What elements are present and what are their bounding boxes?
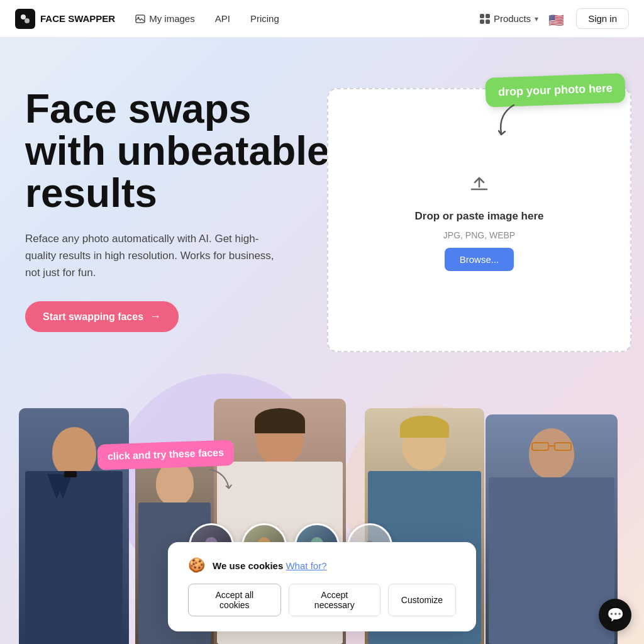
upload-formats: JPG, PNG, WEBP [443,230,515,240]
cta-label: Start swapping faces [43,311,143,323]
try-arrow-icon [206,465,238,492]
navbar: FACE SWAPPER My images API Pricing Produ… [0,0,644,38]
logo-icon [15,9,35,29]
upload-icon [467,169,492,200]
svg-point-1 [25,18,30,23]
navbar-right: Products ▾ 🇺🇸 Sign in [480,8,629,29]
cookie-what-for-link[interactable]: What for? [286,560,326,571]
nav-api[interactable]: API [215,13,230,24]
cta-button[interactable]: Start swapping faces → [25,301,179,332]
cookie-icon: 🍪 [188,557,205,574]
products-button[interactable]: Products ▾ [480,13,538,24]
chat-icon: 💬 [607,607,624,623]
hero-text: Face swaps with unbeatable results Refac… [25,88,340,332]
signin-button[interactable]: Sign in [576,8,629,29]
person-5 [486,414,618,644]
cookie-banner: 🍪 We use cookies What for? Accept all co… [168,542,476,631]
hero-subtitle: Reface any photo automatically with AI. … [25,230,289,282]
chevron-down-icon: ▾ [535,14,538,23]
navbar-left: FACE SWAPPER My images API Pricing [15,9,279,29]
browse-button[interactable]: Browse... [445,248,514,271]
cookie-top: 🍪 We use cookies What for? [188,557,456,574]
accept-necessary-button[interactable]: Accept necessary [289,584,380,616]
cookie-buttons: Accept all cookies Accept necessary Cust… [188,584,456,616]
hero-title: Face swaps with unbeatable results [25,88,340,215]
logo[interactable]: FACE SWAPPER [15,9,115,29]
upload-card[interactable]: Drop or paste image here JPG, PNG, WEBP … [327,88,631,352]
try-bubble: click and try these faces [97,440,234,470]
drop-arrow-icon [489,102,526,140]
arrow-icon: → [150,310,161,323]
nav-pricing-label: Pricing [250,13,279,24]
nav-my-images[interactable]: My images [135,13,195,24]
flag-icon[interactable]: 🇺🇸 [548,13,566,25]
nav-pricing[interactable]: Pricing [250,13,279,24]
drop-hint: drop your photo here [486,75,625,105]
products-label: Products [494,13,531,24]
try-label: click and try these faces [108,447,224,462]
image-icon [135,14,145,24]
logo-text: FACE SWAPPER [40,13,115,24]
nav-my-images-label: My images [149,13,195,24]
customize-cookies-button[interactable]: Customize [388,584,456,616]
nav-api-label: API [215,13,230,24]
svg-point-0 [21,14,26,19]
cookie-text: We use cookies What for? [213,560,326,571]
upload-drop-text: Drop or paste image here [414,210,543,223]
grid-icon [480,14,490,24]
chat-button[interactable]: 💬 [599,599,631,631]
accept-all-cookies-button[interactable]: Accept all cookies [188,584,281,616]
